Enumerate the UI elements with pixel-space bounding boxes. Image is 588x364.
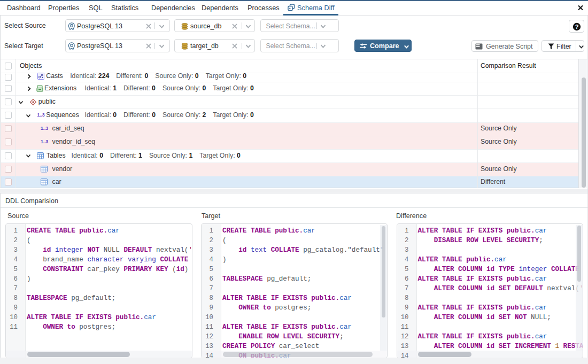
svg-text:?: ? <box>575 23 579 29</box>
